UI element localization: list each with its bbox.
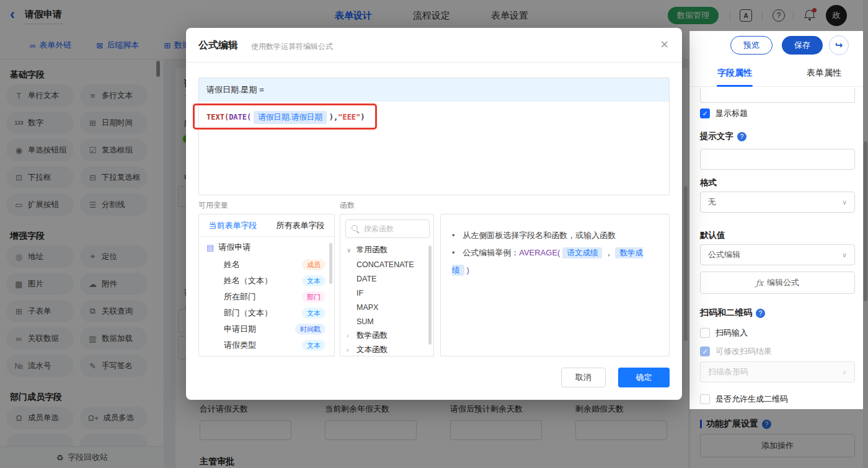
barcode-select[interactable]: 扫描条形码 ∨ — [700, 361, 855, 382]
scan-input-checkbox[interactable] — [700, 328, 710, 338]
help-icon[interactable]: ? — [756, 309, 765, 318]
help-icon[interactable]: ? — [737, 132, 746, 141]
format-select[interactable]: 无 ∨ — [700, 192, 855, 213]
dialog-subtitle: 使用数学运算符编辑公式 — [251, 42, 333, 52]
function-item[interactable]: CONCATENATE — [340, 257, 433, 272]
field-type-badge: 成员 — [302, 259, 326, 270]
formula-target: 请假日期.星期 = — [199, 78, 669, 102]
annotation-highlight-box — [193, 104, 377, 130]
functions-panel: ∨ 常用函数 CONCATENATE DATE IF MAPX — [340, 214, 434, 356]
dialog-header: 公式编辑 使用数学运算符编辑公式 × — [186, 28, 682, 63]
variables-label: 可用变量 — [198, 200, 228, 211]
modal-mask — [0, 0, 868, 31]
chevron-down-icon: ∨ — [842, 251, 847, 259]
properties-panel: 预览 保存 ↪ 字段属性 表单属性 ✓ 显示标题 提示文字 ? 格式 无 ∨ 默… — [689, 31, 868, 468]
share-icon: ↪ — [835, 40, 843, 51]
confirm-button[interactable]: 确定 — [618, 368, 670, 387]
tip-line-1: • 从左侧面板选择字段名和函数，或输入函数 — [452, 227, 658, 244]
tree-arrow-icon: › — [347, 332, 356, 339]
functions-label: 函数 — [340, 200, 355, 211]
formula-editor-dialog: 公式编辑 使用数学运算符编辑公式 × 请假日期.星期 = TEXT(DATE(请… — [186, 28, 682, 400]
modal-mask — [689, 409, 868, 468]
show-title-checkbox[interactable]: ✓ — [700, 108, 710, 118]
variables-tree-root[interactable]: ▤ 请假申请 — [206, 242, 250, 253]
allow-qr-row: 是否允许生成二维码 — [700, 394, 788, 405]
tip-line-2: • 公式编辑举例：AVERAGE(语文成绩，数学成绩) — [452, 244, 658, 279]
tab-current-form-fields[interactable]: 当前表单字段 — [199, 214, 267, 236]
functions-scrollbar[interactable] — [428, 245, 432, 345]
cancel-button[interactable]: 取消 — [561, 368, 606, 387]
tab-form-properties[interactable]: 表单属性 — [779, 60, 868, 86]
field-type-badge: 部门 — [302, 291, 326, 302]
search-icon — [352, 225, 360, 233]
variables-panel: 当前表单字段 所有表单字段 ▤ 请假申请 姓名 成员 姓名（文本） 文本 所在部… — [198, 214, 335, 356]
modal-mask — [863, 31, 868, 409]
variable-field[interactable]: 所在部门 部门 — [199, 289, 334, 305]
preview-button[interactable]: 预览 — [730, 36, 773, 55]
variable-field[interactable]: 请假类型 文本 — [199, 337, 334, 353]
edit-formula-button[interactable]: ƒx 编辑公式 — [700, 272, 855, 294]
chevron-down-icon: ∨ — [842, 198, 847, 206]
default-value-select[interactable]: 公式编辑 ∨ — [700, 244, 855, 265]
app: ‹ 请假申请 表单设计流程设定表单设置 数据管理 A ? 政 ∞ 表单外链 ⊠ — [0, 0, 868, 468]
show-title-row: ✓ 显示标题 — [700, 108, 748, 119]
tree-arrow-icon: › — [347, 347, 356, 353]
dialog-title: 公式编辑 — [198, 39, 238, 52]
variable-field[interactable]: 姓名（文本） 文本 — [199, 273, 334, 289]
function-item[interactable]: IF — [340, 286, 433, 300]
variable-field[interactable]: 申请日期 时间戳 — [199, 321, 334, 337]
scan-input-row: 扫码输入 — [700, 327, 748, 338]
allow-qr-checkbox[interactable] — [700, 394, 710, 404]
save-button[interactable]: 保存 — [782, 36, 823, 55]
chevron-down-icon: ∨ — [842, 368, 847, 376]
tree-arrow-icon: ∨ — [347, 247, 356, 254]
share-button[interactable]: ↪ — [829, 35, 849, 55]
function-item[interactable]: › 文本函数 — [340, 343, 433, 356]
fx-icon: ƒx — [756, 278, 763, 288]
scan-editable-checkbox[interactable]: ✓ — [700, 347, 710, 356]
function-item[interactable]: SUM — [340, 314, 433, 329]
function-search-input[interactable] — [364, 224, 423, 233]
hint-label: 提示文字 ? — [700, 131, 746, 142]
title-input-partial[interactable] — [700, 88, 855, 103]
qr-section-title: 扫码和二维码 ? — [700, 307, 765, 319]
function-item[interactable]: DATE — [340, 272, 433, 286]
check-icon: ✓ — [702, 110, 707, 118]
field-type-badge: 时间戳 — [295, 324, 326, 335]
field-type-badge: 文本 — [302, 307, 326, 319]
field-type-badge: 文本 — [302, 275, 326, 286]
panel-tabs: 字段属性 表单属性 — [690, 60, 868, 87]
function-search — [345, 219, 430, 238]
function-item[interactable]: › 数学函数 — [340, 329, 433, 343]
check-icon: ✓ — [702, 348, 707, 356]
default-value-label: 默认值 — [700, 230, 725, 241]
formula-editor: 请假日期.星期 = TEXT(DATE(请假日期.请假日期),"EEE") — [198, 77, 670, 195]
tab-field-properties[interactable]: 字段属性 — [690, 60, 779, 86]
variables-scrollbar[interactable] — [329, 243, 332, 284]
variables-tabs: 当前表单字段 所有表单字段 — [199, 214, 334, 237]
tips-panel: • 从左侧面板选择字段名和函数，或输入函数 • 公式编辑举例：AVERAGE(语… — [440, 214, 670, 356]
close-icon[interactable]: × — [660, 37, 668, 53]
field-type-badge: 文本 — [302, 340, 326, 351]
tab-all-form-fields[interactable]: 所有表单字段 — [267, 214, 334, 236]
function-item[interactable]: ∨ 常用函数 — [340, 243, 433, 257]
variable-field[interactable]: 部门（文本） 文本 — [199, 305, 334, 321]
scan-editable-row: ✓ 可修改扫码结果 — [700, 346, 772, 357]
document-icon: ▤ — [206, 243, 214, 252]
hint-input[interactable] — [700, 149, 855, 170]
format-label: 格式 — [700, 177, 717, 188]
function-item[interactable]: MAPX — [340, 300, 433, 314]
variable-field[interactable]: 姓名 成员 — [199, 257, 334, 273]
